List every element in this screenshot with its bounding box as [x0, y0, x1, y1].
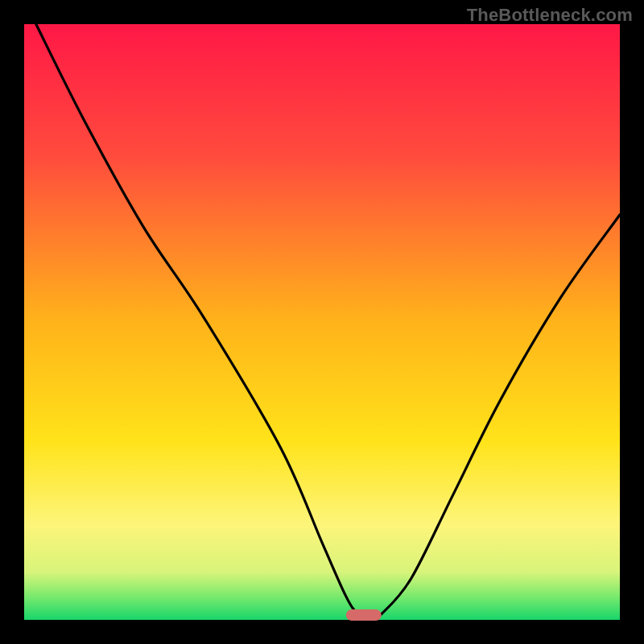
- bottleneck-chart: [0, 0, 644, 644]
- chart-container: TheBottleneck.com: [0, 0, 644, 644]
- optimal-point-marker: [346, 609, 382, 621]
- chart-background-gradient: [24, 24, 620, 620]
- watermark-label: TheBottleneck.com: [467, 5, 633, 26]
